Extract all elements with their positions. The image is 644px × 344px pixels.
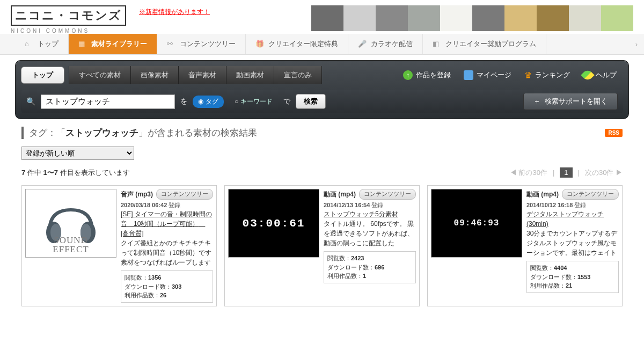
nav-item-2[interactable]: ⚯コンテンツツリー bbox=[157, 34, 246, 54]
material-tab-3[interactable]: 動画素材 bbox=[226, 66, 274, 84]
search-input[interactable] bbox=[41, 94, 175, 109]
thumbnail[interactable]: SOUNDEFFECT bbox=[25, 189, 116, 258]
media-type: 音声 (mp3) bbox=[121, 189, 153, 199]
mypage-button[interactable]: マイページ bbox=[457, 67, 518, 83]
result-stats: 閲覧数：1356ダウンロード数：303利用作品数：26 bbox=[121, 270, 213, 303]
ranking-button[interactable]: ♛ ランキング bbox=[518, 67, 576, 84]
content-tree-badge[interactable]: コンテンツツリー bbox=[562, 189, 619, 200]
help-label: ヘルプ bbox=[596, 70, 617, 80]
user-icon bbox=[464, 70, 473, 80]
nav-more-caret[interactable]: › bbox=[629, 34, 644, 54]
material-tab-0[interactable]: すべての素材 bbox=[69, 66, 131, 84]
result-description: タイトル通り。 60fpsです。 黒を透過できるソフトがあれば、動画の隅っこに配… bbox=[324, 219, 416, 248]
sort-select[interactable]: 登録が新しい順 bbox=[21, 147, 134, 160]
logo-text-jp: ニコニ・コモンズ bbox=[11, 5, 126, 26]
heading-prefix: タグ：「 bbox=[29, 127, 65, 139]
color-swatch bbox=[472, 5, 504, 31]
color-swatch bbox=[537, 5, 569, 31]
logo-text-en: NICONI COMMONS bbox=[11, 28, 126, 34]
register-work-button[interactable]: ↑ 作品を登録 bbox=[397, 67, 457, 83]
tab-top[interactable]: トップ bbox=[21, 67, 64, 84]
nav-label: クリエイター限定特典 bbox=[268, 39, 338, 49]
thumbnail-text: SOUNDEFFECT bbox=[26, 236, 116, 254]
thumbnail-text: 09:46:93 bbox=[454, 218, 500, 228]
result-heading: タグ：「 ストップウォッチ 」が含まれる素材の検索結果 RSS bbox=[21, 127, 623, 139]
plus-icon: ＋ bbox=[533, 97, 540, 106]
result-count: 7 件中 1〜7 件目を表示しています bbox=[21, 168, 130, 178]
pager: ◀ 前の30件 | 1 | 次の30件 ▶ bbox=[510, 167, 623, 178]
color-swatch bbox=[504, 5, 537, 31]
material-tab-4[interactable]: 宣言のみ bbox=[274, 66, 322, 84]
nav-label: カラオケ配信 bbox=[371, 39, 413, 49]
thumbnail[interactable]: 09:46:93 bbox=[431, 189, 522, 258]
help-button[interactable]: ヘルプ bbox=[576, 67, 623, 83]
radio-tag-label: タグ bbox=[206, 97, 218, 106]
color-swatch bbox=[601, 5, 633, 31]
search-de-label: で bbox=[283, 97, 290, 106]
color-swatch bbox=[569, 5, 601, 31]
thumbnail[interactable]: 03:00:61 bbox=[228, 189, 319, 258]
pager-current: 1 bbox=[560, 167, 572, 178]
register-date: 2020/03/18 06:42 登録 bbox=[121, 201, 213, 210]
color-swatch bbox=[440, 5, 472, 31]
media-type: 動画 (mp4) bbox=[324, 189, 356, 199]
nav-item-5[interactable]: ◧クリエイター奨励プログラム bbox=[423, 34, 546, 54]
search-icon: 🔍 bbox=[26, 97, 35, 106]
result-card: SOUNDEFFECT音声 (mp3)コンテンツツリー2020/03/18 06… bbox=[21, 185, 217, 306]
nav-icon: 🎁 bbox=[255, 40, 264, 48]
nav-icon: ▦ bbox=[78, 40, 87, 48]
site-logo[interactable]: ニコニ・コモンズ NICONI COMMONS bbox=[11, 5, 126, 34]
radio-keyword[interactable]: ○ キーワード bbox=[229, 96, 278, 108]
nav-item-1[interactable]: ▦素材ライブラリー bbox=[69, 34, 157, 54]
color-swatch bbox=[311, 5, 343, 31]
result-description: クイズ番組とかのチキチキチキって制限時間音（10秒間）です 素材をつなげればルー… bbox=[121, 238, 213, 267]
radio-dot-icon: ◉ bbox=[198, 98, 203, 105]
new-info-link[interactable]: ※新着情報があります！ bbox=[139, 8, 210, 17]
library-toolbar: トップ すべての素材画像素材音声素材動画素材宣言のみ ↑ 作品を登録 マイページ… bbox=[15, 60, 629, 119]
color-swatch bbox=[376, 5, 408, 31]
result-card: 03:00:61動画 (mp4)コンテンツツリー2014/12/13 16:54… bbox=[224, 185, 420, 306]
nav-label: トップ bbox=[38, 39, 58, 49]
main-nav: ⌂トップ▦素材ライブラリー⚯コンテンツツリー🎁クリエイター限定特典🎤カラオケ配信… bbox=[0, 34, 644, 55]
header-swatches bbox=[311, 5, 633, 31]
heading-suffix: 」が含まれる素材の検索結果 bbox=[138, 127, 257, 139]
nav-label: 素材ライブラリー bbox=[91, 39, 147, 49]
rss-badge[interactable]: RSS bbox=[605, 129, 623, 137]
leaf-icon bbox=[581, 68, 594, 82]
content-tree-badge[interactable]: コンテンツツリー bbox=[359, 189, 416, 200]
radio-tag[interactable]: ◉ タグ bbox=[193, 96, 224, 108]
thumbnail-text: 03:00:61 bbox=[243, 217, 305, 230]
nav-icon: ◧ bbox=[433, 40, 441, 48]
register-date: 2014/10/12 16:18 登録 bbox=[526, 201, 619, 210]
search-support-label: 検索サポートを開く bbox=[545, 97, 608, 106]
result-title-link[interactable]: [SE] タイマーの音・制限時間の音 10秒間（ループ可能） [高音質] bbox=[121, 209, 213, 238]
mypage-label: マイページ bbox=[477, 70, 511, 80]
nav-item-3[interactable]: 🎁クリエイター限定特典 bbox=[246, 34, 348, 54]
search-support-button[interactable]: ＋ 検索サポートを開く bbox=[523, 93, 618, 110]
radio-dot-icon: ○ bbox=[235, 98, 238, 105]
register-work-label: 作品を登録 bbox=[416, 70, 451, 80]
media-type: 動画 (mp4) bbox=[526, 189, 559, 199]
ranking-label: ランキング bbox=[535, 70, 570, 80]
result-title-link[interactable]: デジタルストップウォッチ(30min) bbox=[526, 209, 619, 229]
nav-label: コンテンツツリー bbox=[180, 39, 236, 49]
nav-item-0[interactable]: ⌂トップ bbox=[15, 34, 69, 54]
nav-item-4[interactable]: 🎤カラオケ配信 bbox=[348, 34, 423, 54]
result-description: 30分までカウントアップするデジタルストップウォッチ風なモーションです。最初はウ… bbox=[526, 229, 619, 258]
crown-icon: ♛ bbox=[524, 70, 532, 80]
nav-icon: ⌂ bbox=[25, 40, 33, 48]
radio-keyword-label: キーワード bbox=[240, 97, 273, 106]
material-tab-2[interactable]: 音声素材 bbox=[179, 66, 226, 84]
material-tab-1[interactable]: 画像素材 bbox=[131, 66, 179, 84]
nav-icon: 🎤 bbox=[358, 40, 367, 48]
arrow-up-icon: ↑ bbox=[403, 70, 413, 80]
result-title-link[interactable]: ストップウォッチ5分素材 bbox=[324, 209, 416, 219]
nav-label: クリエイター奨励プログラム bbox=[445, 39, 536, 49]
result-stats: 閲覧数：2423ダウンロード数：696利用作品数：1 bbox=[324, 251, 416, 283]
content-tree-badge[interactable]: コンテンツツリー bbox=[156, 189, 213, 200]
heading-tag: ストップウォッチ bbox=[65, 127, 138, 139]
color-swatch bbox=[343, 5, 376, 31]
nav-icon: ⚯ bbox=[167, 40, 175, 48]
result-card: 09:46:93動画 (mp4)コンテンツツリー2014/10/12 16:18… bbox=[427, 185, 623, 306]
search-button[interactable]: 検索 bbox=[296, 94, 326, 109]
